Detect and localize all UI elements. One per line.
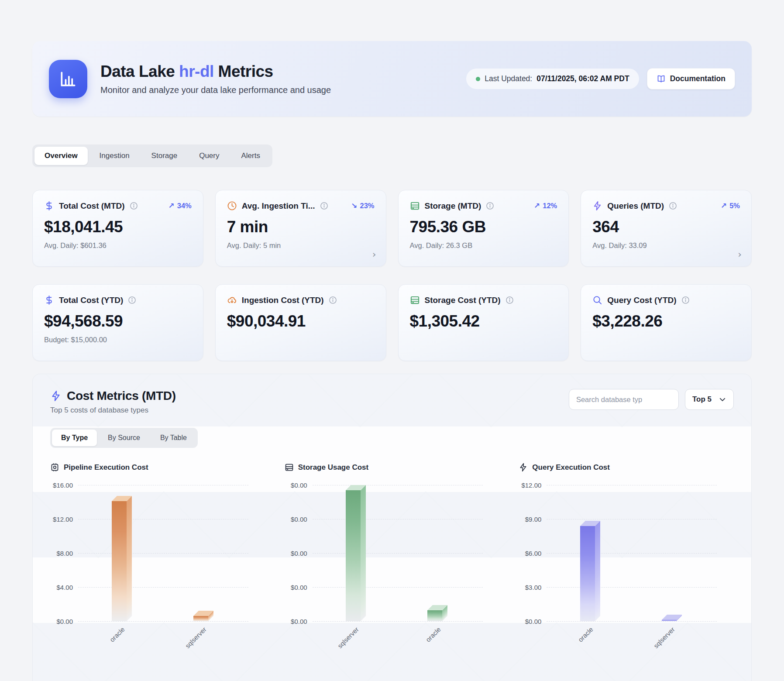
trend-up-icon: ↗ <box>534 201 540 210</box>
dollar-icon <box>44 295 54 305</box>
top-n-dropdown[interactable]: Top 5 <box>685 389 734 410</box>
y-tick-label: $0.00 <box>56 618 73 625</box>
tab-storage[interactable]: Storage <box>141 147 188 165</box>
subtab-by-type[interactable]: By Type <box>52 430 97 446</box>
trend-up-icon: ↗ <box>721 201 727 210</box>
card-label: Storage Cost (YTD) <box>425 296 501 305</box>
gridline <box>313 519 483 519</box>
card-query-cost-ytd[interactable]: Query Cost (YTD) $3,228.26 <box>581 284 752 361</box>
info-icon[interactable] <box>130 202 138 210</box>
status-dot-icon <box>476 77 480 81</box>
tab-query[interactable]: Query <box>189 147 229 165</box>
chart-query-execution-cost: Query Execution Cost $12.00$9.00$6.00$3.… <box>519 463 734 669</box>
card-storage-cost-ytd[interactable]: Storage Cost (YTD) $1,305.42 <box>398 284 569 361</box>
x-axis: oraclesqlserver <box>78 621 248 669</box>
card-storage-mtd[interactable]: Storage (MTD) ↗12% 795.36 GB Avg. Daily:… <box>398 190 569 267</box>
cost-metrics-panel: Cost Metrics (MTD) Top 5 costs of databa… <box>32 374 752 681</box>
trend-value: 5% <box>729 202 740 210</box>
subtab-by-source[interactable]: By Source <box>99 430 149 446</box>
card-avg-ingestion-time[interactable]: Avg. Ingestion Ti... ↘23% 7 min Avg. Dai… <box>215 190 386 267</box>
dashboard-page: Data Lake hr-dl Metrics Monitor and anal… <box>0 0 784 681</box>
page-header: Data Lake hr-dl Metrics Monitor and anal… <box>32 41 752 117</box>
main-tab-bar: Overview Ingestion Storage Query Alerts <box>32 144 272 167</box>
info-icon[interactable] <box>669 202 677 210</box>
bar-sqlserver[interactable] <box>346 490 361 621</box>
cost-charts: Pipeline Execution Cost $16.00$12.00$8.0… <box>50 463 734 669</box>
plot-area <box>78 485 248 621</box>
card-value: $1,305.42 <box>410 312 557 330</box>
trend-down-icon: ↘ <box>351 201 357 210</box>
bar-oracle[interactable] <box>427 610 442 621</box>
chart-title: Pipeline Execution Cost <box>64 463 148 472</box>
last-updated-value: 07/11/2025, 06:02 AM PDT <box>536 74 629 83</box>
y-tick-label: $8.00 <box>56 550 73 557</box>
y-axis: $16.00$12.00$8.00$4.00$0.00 <box>50 485 78 621</box>
tab-alerts[interactable]: Alerts <box>231 147 270 165</box>
card-label: Ingestion Cost (YTD) <box>242 296 324 305</box>
tab-ingestion[interactable]: Ingestion <box>89 147 140 165</box>
last-updated-badge: Last Updated: 07/11/2025, 06:02 AM PDT <box>466 69 639 89</box>
card-label: Avg. Ingestion Ti... <box>242 201 315 211</box>
bar-oracle[interactable] <box>580 526 595 621</box>
subtab-by-table[interactable]: By Table <box>151 430 196 446</box>
info-icon[interactable] <box>505 296 514 304</box>
card-queries-mtd[interactable]: Queries (MTD) ↗5% 364 Avg. Daily: 33.09 … <box>581 190 752 267</box>
metric-cards-row-mtd: Total Cost (MTD) ↗34% $18,041.45 Avg. Da… <box>32 190 752 267</box>
chart-pipeline-execution-cost: Pipeline Execution Cost $16.00$12.00$8.0… <box>50 463 265 669</box>
card-label: Queries (MTD) <box>607 201 664 211</box>
x-axis: oraclesqlserver <box>547 621 717 669</box>
search-database-input[interactable] <box>569 389 679 410</box>
bolt-icon <box>519 463 528 472</box>
gridline <box>78 485 248 485</box>
gridline <box>547 587 717 588</box>
gridline <box>78 553 248 554</box>
search-icon <box>592 295 602 305</box>
y-tick-label: $0.00 <box>525 618 542 625</box>
card-label: Query Cost (YTD) <box>607 296 676 305</box>
card-value: $90,034.91 <box>227 312 375 330</box>
gridline <box>313 553 483 554</box>
chevron-right-icon[interactable]: › <box>372 250 376 259</box>
trend-up-icon: ↗ <box>168 201 174 210</box>
documentation-button[interactable]: Documentation <box>647 68 735 89</box>
plot-area <box>547 485 717 621</box>
cost-metrics-subtitle: Top 5 costs of database types <box>50 406 176 415</box>
card-value: 795.36 GB <box>410 218 557 236</box>
last-updated-label: Last Updated: <box>485 74 532 83</box>
bolt-icon <box>50 390 62 402</box>
gridline <box>78 519 248 519</box>
app-logo <box>49 60 87 98</box>
top-n-value: Top 5 <box>692 395 712 404</box>
tab-overview[interactable]: Overview <box>34 147 88 165</box>
y-tick-label: $0.00 <box>291 482 307 489</box>
card-label: Total Cost (YTD) <box>59 296 123 305</box>
trend-value: 23% <box>360 202 374 210</box>
hard-drive-icon <box>410 295 420 305</box>
y-tick-label: $0.00 <box>291 618 307 625</box>
page-subtitle: Monitor and analyze your data lake perfo… <box>100 85 453 95</box>
trend-value: 12% <box>543 202 557 210</box>
datalake-name: hr-dl <box>179 62 214 80</box>
bar-oracle[interactable] <box>112 501 127 621</box>
info-icon[interactable] <box>329 296 337 304</box>
card-subtext: Budget: $15,000.00 <box>44 336 192 344</box>
chevron-down-icon <box>719 396 726 403</box>
gridline <box>547 485 717 485</box>
info-icon[interactable] <box>320 202 328 210</box>
card-subtext: Avg. Daily: 5 min <box>227 241 375 250</box>
card-ingestion-cost-ytd[interactable]: Ingestion Cost (YTD) $90,034.91 <box>215 284 386 361</box>
card-total-cost-mtd[interactable]: Total Cost (MTD) ↗34% $18,041.45 Avg. Da… <box>32 190 203 267</box>
card-subtext: Avg. Daily: 33.09 <box>592 241 740 250</box>
chart-title: Storage Usage Cost <box>298 463 369 472</box>
info-icon[interactable] <box>128 296 136 304</box>
cost-metrics-tab-bar: By Type By Source By Table <box>50 428 198 448</box>
info-icon[interactable] <box>681 296 690 304</box>
card-total-cost-ytd[interactable]: Total Cost (YTD) $94,568.59 Budget: $15,… <box>32 284 203 361</box>
hard-drive-icon <box>410 201 420 211</box>
y-tick-label: $0.00 <box>291 584 307 591</box>
chevron-right-icon[interactable]: › <box>738 250 742 259</box>
gridline <box>313 587 483 588</box>
bar-sqlserver[interactable] <box>193 616 208 621</box>
card-label: Total Cost (MTD) <box>59 201 125 211</box>
info-icon[interactable] <box>486 202 494 210</box>
